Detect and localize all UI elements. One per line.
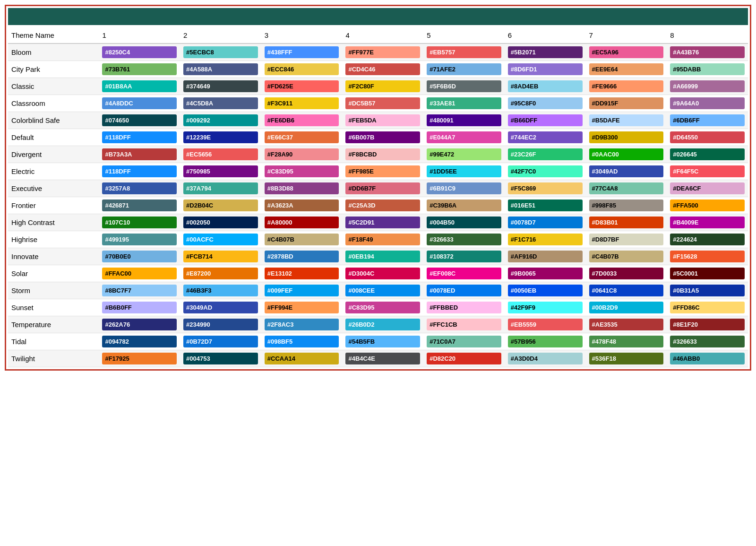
color-cell-12-5: #AF916D [505,248,586,265]
color-cell-16-1: #234990 [180,316,261,333]
color-cell-13-7: #5C0001 [667,265,748,282]
page-header [8,8,748,25]
color-cell-16-6: #AE3535 [586,316,667,333]
theme-name-15: Sunset [8,299,99,316]
color-cell-3-2: #F3C911 [261,95,343,112]
table-row: Electric#118DFF#750985#C83D95#FF985E#1DD… [8,163,748,180]
color-cell-4-7: #6DB6FF [667,112,748,129]
color-cell-4-0: #074650 [99,112,180,129]
color-cell-17-1: #0B72D7 [180,333,261,350]
color-cell-11-1: #00ACFC [180,231,261,248]
color-cell-18-4: #D82C20 [423,350,505,367]
color-cell-12-3: #0EB194 [342,248,423,265]
color-cell-10-0: #107C10 [99,214,180,231]
color-cell-1-7: #95DABB [667,61,748,78]
color-cell-8-1: #37A794 [180,180,261,197]
color-cell-14-5: #0050EB [505,282,586,299]
color-cell-14-2: #009FEF [261,282,343,299]
color-cell-4-1: #009292 [180,112,261,129]
color-cell-7-7: #F64F5C [667,163,748,180]
color-cell-2-3: #F2C80F [342,78,423,95]
color-cell-9-1: #D2B04C [180,197,261,214]
table-row: City Park#73B761#4A588A#ECC846#CD4C46#71… [8,61,748,78]
theme-name-13: Solar [8,265,99,282]
color-cell-1-4: #71AFE2 [423,61,505,78]
color-cell-1-1: #4A588A [180,61,261,78]
color-cell-9-2: #A3623A [261,197,343,214]
color-cell-5-5: #744EC2 [505,129,586,146]
table-row: Bloom#8250C4#5ECBC8#438FFF#FF977E#EB5757… [8,43,748,61]
color-cell-18-1: #004753 [180,350,261,367]
color-cell-14-7: #0B31A5 [667,282,748,299]
color-cell-10-7: #B4009E [667,214,748,231]
color-cell-9-6: #998F85 [586,197,667,214]
color-cell-9-5: #016E51 [505,197,586,214]
theme-name-2: Classic [8,78,99,95]
color-cell-13-2: #E13102 [261,265,343,282]
color-cell-16-3: #26B0D2 [342,316,423,333]
color-cell-0-3: #FF977E [342,43,423,61]
color-cell-10-5: #0078D7 [505,214,586,231]
color-cell-0-6: #EC5A96 [586,43,667,61]
table-row: Tidal#094782#0B72D7#098BF5#54B5FB#71C0A7… [8,333,748,350]
theme-name-1: City Park [8,61,99,78]
color-cell-10-1: #002050 [180,214,261,231]
color-cell-7-4: #1DD5EE [423,163,505,180]
theme-name-18: Twilight [8,350,99,367]
color-cell-11-6: #D8D7BF [586,231,667,248]
color-cell-11-3: #F18F49 [342,231,423,248]
color-cell-1-6: #EE9E64 [586,61,667,78]
theme-name-4: Colorblind Safe [8,112,99,129]
theme-name-8: Executive [8,180,99,197]
color-cell-13-0: #FFAC00 [99,265,180,282]
color-cell-18-7: #46ABB0 [667,350,748,367]
color-cell-6-3: #F8BCBD [342,146,423,163]
main-container: Theme Name12345678 Bloom#8250C4#5ECBC8#4… [5,5,751,371]
color-cell-13-1: #E87200 [180,265,261,282]
color-cell-7-3: #FF985E [342,163,423,180]
color-cell-6-7: #026645 [667,146,748,163]
color-cell-17-3: #54B5FB [342,333,423,350]
color-cell-7-0: #118DFF [99,163,180,180]
color-cell-3-1: #4C5D8A [180,95,261,112]
color-cell-6-0: #B73A3A [99,146,180,163]
color-cell-6-1: #EC5656 [180,146,261,163]
color-cell-5-7: #D64550 [667,129,748,146]
table-body: Bloom#8250C4#5ECBC8#438FFF#FF977E#EB5757… [8,43,748,367]
color-cell-10-3: #5C2D91 [342,214,423,231]
table-row: High Contrast#107C10#002050#A80000#5C2D9… [8,214,748,231]
color-cell-13-4: #EF008C [423,265,505,282]
table-row: Divergent#B73A3A#EC5656#F28A90#F8BCBD#99… [8,146,748,163]
color-cell-8-2: #8B3D88 [261,180,343,197]
col-header-6: 6 [505,29,586,43]
color-cell-15-3: #C83D95 [342,299,423,316]
color-table: Theme Name12345678 Bloom#8250C4#5ECBC8#4… [8,29,748,367]
color-cell-17-2: #098BF5 [261,333,343,350]
color-cell-8-7: #DEA6CF [667,180,748,197]
color-cell-12-2: #2878BD [261,248,343,265]
color-cell-4-4: #480091 [423,112,505,129]
col-header-7: 7 [586,29,667,43]
color-cell-3-0: #4A8DDC [99,95,180,112]
color-cell-17-7: #326633 [667,333,748,350]
color-cell-3-7: #9A64A0 [667,95,748,112]
color-cell-11-7: #224624 [667,231,748,248]
table-row: Default#118DFF#12239E#E66C37#6B007B#E044… [8,129,748,146]
color-cell-10-2: #A80000 [261,214,343,231]
color-cell-6-2: #F28A90 [261,146,343,163]
color-cell-17-0: #094782 [99,333,180,350]
table-row: Storm#8BC7F7#46B3F3#009FEF#008CEE#0078ED… [8,282,748,299]
color-cell-14-0: #8BC7F7 [99,282,180,299]
color-cell-15-1: #3049AD [180,299,261,316]
color-cell-16-2: #2F8AC3 [261,316,343,333]
color-cell-5-0: #118DFF [99,129,180,146]
theme-name-11: Highrise [8,231,99,248]
theme-name-17: Tidal [8,333,99,350]
theme-name-14: Storm [8,282,99,299]
color-cell-17-6: #478F48 [586,333,667,350]
color-cell-16-7: #8E1F20 [667,316,748,333]
color-cell-7-1: #750985 [180,163,261,180]
color-cell-15-6: #00B2D9 [586,299,667,316]
color-cell-5-3: #6B007B [342,129,423,146]
col-header-0: Theme Name [8,29,99,43]
